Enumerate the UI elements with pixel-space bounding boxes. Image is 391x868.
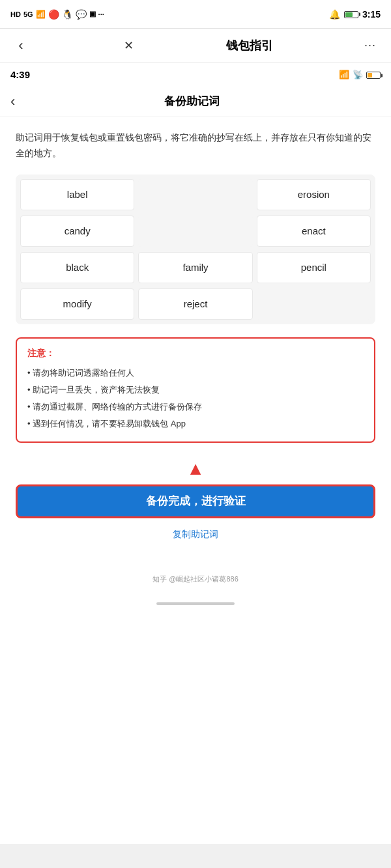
word-empty-1 (138, 179, 252, 210)
more-icon: ··· (364, 38, 376, 52)
mnemonic-row-1: label erosion (18, 177, 373, 212)
warning-item-4: • 遇到任何情况，请不要轻易卸载钱包 App (27, 415, 364, 432)
signal-label: 5G (23, 10, 33, 18)
outer-status-left: HD 5G 📶 🔴 🐧 💬 ▣ ··· (10, 9, 104, 20)
word-empty-3 (257, 288, 371, 320)
mnemonic-row-3: black family pencil (18, 250, 373, 285)
arrow-annotation: ▲ (16, 458, 375, 479)
mnemonic-row-4: modify reject (18, 287, 373, 322)
outer-status-right: 🔔 3:15 (329, 9, 381, 20)
home-indicator (0, 597, 391, 613)
copy-link-label: 复制助记词 (173, 529, 218, 539)
battery-status (344, 10, 358, 19)
mnemonic-row-2: candy enact (18, 214, 373, 249)
outer-close-icon: ✕ (124, 38, 134, 53)
square-icon: ▣ (89, 10, 96, 18)
weibo-icon: 🔴 (48, 9, 59, 20)
signal-icon: 📶 (36, 10, 46, 19)
backup-complete-button[interactable]: 备份完成，进行验证 (16, 484, 375, 518)
bell-icon: 🔔 (329, 9, 340, 20)
warning-item-1: • 请勿将助记词透露给任何人 (27, 365, 364, 382)
warning-item-3: • 请勿通过截屏、网络传输的方式进行备份保存 (27, 399, 364, 415)
more-dots: ··· (98, 10, 104, 18)
outer-time: 3:15 (362, 9, 381, 20)
inner-time: 4:39 (10, 69, 30, 80)
word-erosion: erosion (257, 179, 371, 210)
inner-status-icons: 📶 📡 (339, 68, 381, 80)
attribution-text: 知乎 @崛起社区小诸葛886 (152, 575, 239, 583)
outer-back-button[interactable]: ‹ (10, 35, 31, 56)
inner-nav-title: 备份助记词 (23, 94, 361, 109)
inner-signal-icon: 📶 (339, 70, 349, 79)
inner-screen: 4:39 📶 📡 ‹ 备份助记词 助记词用于恢复钱包或重置钱包密码，将它准确的抄… (0, 63, 391, 844)
chat-icon: 💬 (76, 9, 87, 20)
word-modify: modify (20, 288, 134, 320)
word-pencil: pencil (257, 252, 371, 283)
inner-wifi-icon: 📡 (353, 70, 363, 79)
outer-more-button[interactable]: ··· (360, 35, 381, 56)
hd-label: HD (10, 10, 21, 18)
mnemonic-grid: label erosion candy enact bl (16, 175, 375, 324)
word-reject: reject (138, 288, 252, 320)
home-bar (156, 602, 235, 605)
word-candy: candy (20, 216, 134, 247)
word-family: family (138, 252, 252, 283)
inner-battery-icon (366, 68, 381, 80)
warning-box: 注意： • 请勿将助记词透露给任何人 • 助记词一旦丢失，资产将无法恢复 • 请… (16, 337, 375, 443)
warning-item-2: • 助记词一旦丢失，资产将无法恢复 (27, 382, 364, 399)
outer-nav-bar: ‹ ✕ 钱包指引 ··· (0, 29, 391, 63)
outer-status-bar: HD 5G 📶 🔴 🐧 💬 ▣ ··· 🔔 3:15 (0, 0, 391, 29)
inner-nav: ‹ 备份助记词 (0, 86, 391, 117)
attribution: 知乎 @崛起社区小诸葛886 (0, 567, 391, 597)
main-content: 助记词用于恢复钱包或重置钱包密码，将它准确的抄写在纸上，并存放在只有你知道的安全… (0, 117, 391, 567)
action-button-label: 备份完成，进行验证 (146, 494, 246, 509)
red-arrow-icon: ▲ (186, 458, 205, 479)
word-empty-2 (138, 216, 252, 247)
copy-mnemonic-link[interactable]: 复制助记词 (16, 529, 375, 540)
warning-title: 注意： (27, 348, 364, 359)
word-enact: enact (257, 216, 371, 247)
outer-back-icon: ‹ (18, 37, 23, 54)
word-black: black (20, 252, 134, 283)
inner-back-button[interactable]: ‹ (10, 93, 15, 110)
outer-close-button[interactable]: ✕ (118, 35, 139, 56)
description-text: 助记词用于恢复钱包或重置钱包密码，将它准确的抄写在纸上，并存放在只有你知道的安全… (16, 130, 375, 161)
word-label: label (20, 179, 134, 210)
outer-nav-title: 钱包指引 (226, 38, 273, 53)
inner-status-bar: 4:39 📶 📡 (0, 63, 391, 86)
qq-icon: 🐧 (62, 9, 73, 20)
